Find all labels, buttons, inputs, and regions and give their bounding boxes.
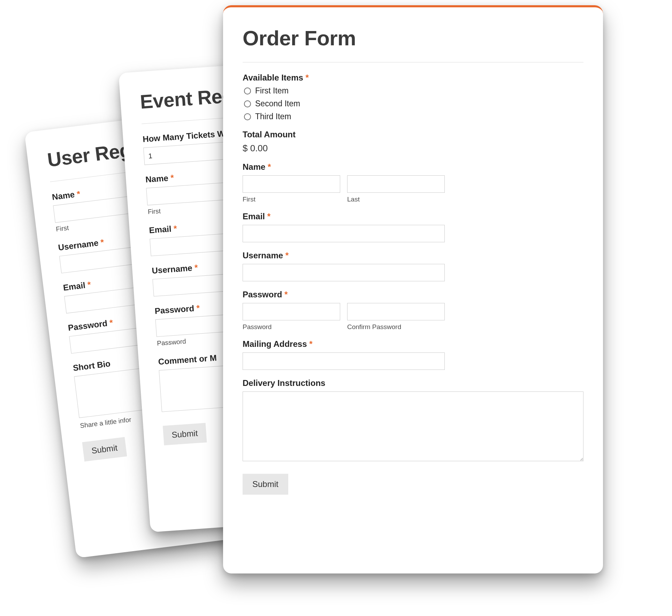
required-mark: * [284, 290, 288, 299]
total-amount-value: $ 0.00 [243, 143, 583, 154]
label-available-items: Available Items * [243, 73, 583, 83]
last-name-input[interactable] [347, 175, 445, 193]
label-delivery-instructions: Delivery Instructions [243, 378, 583, 388]
field-total-amount: Total Amount $ 0.00 [243, 130, 583, 154]
card-order-form: Order Form Available Items * First Item … [223, 5, 603, 573]
field-available-items: Available Items * First Item Second Item… [243, 73, 583, 121]
required-mark: * [267, 212, 270, 221]
email-input[interactable] [243, 225, 445, 242]
submit-button[interactable]: Submit [82, 437, 127, 462]
label-email: Email * [243, 212, 583, 221]
required-mark: * [194, 263, 198, 273]
required-mark: * [87, 280, 92, 289]
sub-last: Last [347, 196, 445, 203]
required-mark: * [170, 173, 174, 183]
password-input[interactable] [243, 303, 340, 320]
label-name: Name * [243, 162, 583, 172]
radio-label: Second Item [255, 99, 300, 108]
radio-option-third-item[interactable]: Third Item [244, 112, 583, 121]
required-mark: * [285, 251, 289, 260]
radio-label: First Item [255, 86, 289, 96]
sub-first: First [243, 196, 340, 203]
label-mailing-address: Mailing Address * [243, 339, 583, 349]
required-mark: * [309, 339, 312, 349]
field-email: Email * [243, 212, 583, 242]
sub-confirm-password: Confirm Password [347, 323, 445, 331]
label-password: Password * [243, 290, 583, 299]
field-delivery-instructions: Delivery Instructions [243, 378, 583, 463]
submit-button[interactable]: Submit [243, 474, 288, 495]
username-input[interactable] [243, 264, 445, 281]
radio-icon [244, 88, 251, 94]
required-mark: * [76, 189, 81, 199]
radio-icon [244, 100, 251, 107]
required-mark: * [173, 223, 177, 233]
radio-icon [244, 113, 251, 120]
required-mark: * [268, 162, 271, 172]
field-name: Name * First Last [243, 162, 583, 203]
divider [243, 62, 583, 62]
label-username: Username * [243, 251, 583, 260]
required-mark: * [109, 318, 114, 327]
label-total-amount: Total Amount [243, 130, 583, 139]
submit-button[interactable]: Submit [163, 423, 207, 445]
radio-label: Third Item [255, 112, 291, 121]
mailing-address-input[interactable] [243, 352, 445, 370]
delivery-instructions-textarea[interactable] [243, 391, 583, 461]
first-name-input[interactable] [243, 175, 340, 193]
required-mark: * [100, 237, 105, 247]
sub-password: Password [243, 323, 340, 331]
radio-option-second-item[interactable]: Second Item [244, 99, 583, 108]
required-mark: * [196, 303, 200, 313]
field-username: Username * [243, 251, 583, 281]
field-password: Password * Password Confirm Password [243, 290, 583, 331]
radio-option-first-item[interactable]: First Item [244, 86, 583, 96]
field-mailing-address: Mailing Address * [243, 339, 583, 370]
required-mark: * [306, 73, 309, 82]
confirm-password-input[interactable] [347, 303, 445, 320]
page-title: Order Form [243, 26, 583, 50]
